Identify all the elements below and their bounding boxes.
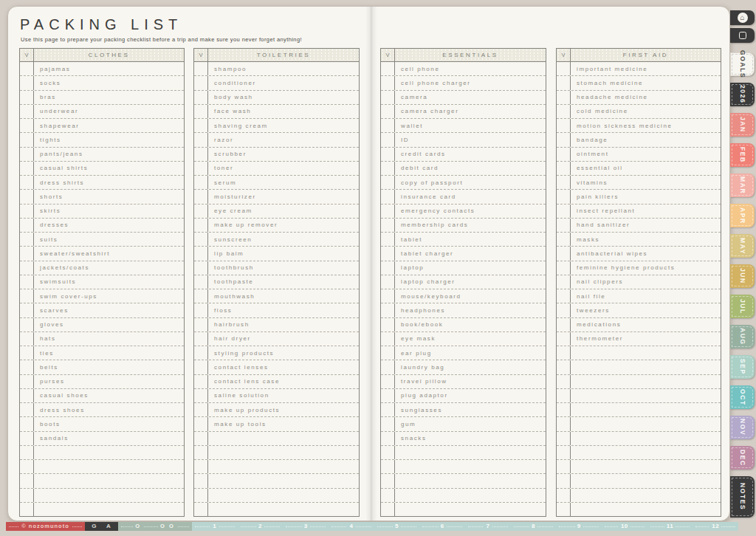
checkbox-cell[interactable] bbox=[20, 346, 34, 360]
checkbox-cell[interactable] bbox=[194, 205, 208, 218]
checkbox-cell[interactable] bbox=[557, 205, 571, 218]
checkbox-cell[interactable] bbox=[20, 489, 34, 502]
tab-jan[interactable]: JAN bbox=[730, 113, 755, 137]
checkbox-cell[interactable] bbox=[194, 446, 208, 459]
checkbox-cell[interactable] bbox=[194, 176, 208, 189]
checkbox-cell[interactable] bbox=[381, 318, 395, 331]
checkbox-cell[interactable] bbox=[20, 474, 34, 487]
home-button[interactable]: ⌂ bbox=[730, 10, 755, 25]
checkbox-cell[interactable] bbox=[381, 375, 395, 388]
tab-jul[interactable]: JUL bbox=[730, 295, 755, 318]
checkbox-cell[interactable] bbox=[20, 162, 34, 175]
checkbox-cell[interactable] bbox=[20, 432, 34, 445]
checkbox-cell[interactable] bbox=[557, 446, 571, 459]
checkbox-cell[interactable] bbox=[381, 503, 395, 516]
checkbox-cell[interactable] bbox=[557, 105, 571, 118]
checkbox-cell[interactable] bbox=[381, 474, 395, 487]
checkbox-cell[interactable] bbox=[194, 119, 208, 132]
checkbox-cell[interactable] bbox=[557, 162, 571, 175]
checkbox-cell[interactable] bbox=[557, 62, 571, 75]
checkbox-cell[interactable] bbox=[557, 432, 571, 445]
checkbox-cell[interactable] bbox=[557, 261, 571, 275]
tab-sep[interactable]: SEP bbox=[730, 355, 755, 379]
checkbox-cell[interactable] bbox=[194, 105, 208, 118]
checkbox-cell[interactable] bbox=[381, 205, 395, 218]
checkbox-cell[interactable] bbox=[557, 417, 571, 430]
checkbox-cell[interactable] bbox=[557, 289, 571, 303]
checkbox-cell[interactable] bbox=[557, 91, 571, 104]
checkbox-cell[interactable] bbox=[381, 261, 395, 275]
checkbox-cell[interactable] bbox=[381, 489, 395, 502]
tab-mar[interactable]: MAR bbox=[730, 173, 755, 197]
footer-button-g[interactable]: G bbox=[89, 522, 99, 531]
checkbox-cell[interactable] bbox=[557, 176, 571, 189]
checkbox-cell[interactable] bbox=[194, 346, 208, 360]
checkbox-cell[interactable] bbox=[194, 474, 208, 487]
footer-marker-o-o[interactable]: O O bbox=[158, 522, 177, 531]
tab-dec[interactable]: DEC bbox=[730, 446, 755, 470]
checkbox-cell[interactable] bbox=[557, 460, 571, 473]
tab-aug[interactable]: AUG bbox=[730, 325, 755, 348]
checkbox-cell[interactable] bbox=[557, 133, 571, 146]
checkbox-cell[interactable] bbox=[20, 403, 34, 416]
checkbox-cell[interactable] bbox=[20, 247, 34, 260]
checkbox-cell[interactable] bbox=[381, 162, 395, 175]
checkbox-cell[interactable] bbox=[20, 389, 34, 402]
checkbox-cell[interactable] bbox=[20, 261, 34, 275]
checkbox-cell[interactable] bbox=[194, 219, 208, 232]
checkbox-cell[interactable] bbox=[194, 162, 208, 175]
checkbox-cell[interactable] bbox=[194, 261, 208, 275]
checkbox-cell[interactable] bbox=[194, 460, 208, 473]
tab-nov[interactable]: NOV bbox=[730, 416, 755, 439]
checkbox-cell[interactable] bbox=[20, 275, 34, 289]
footer-marker-o[interactable]: O bbox=[133, 522, 143, 531]
checkbox-cell[interactable] bbox=[20, 176, 34, 189]
checkbox-cell[interactable] bbox=[194, 360, 208, 374]
checkbox-cell[interactable] bbox=[194, 190, 208, 203]
checkbox-cell[interactable] bbox=[194, 432, 208, 445]
checkbox-cell[interactable] bbox=[194, 233, 208, 246]
checkbox-cell[interactable] bbox=[20, 148, 34, 161]
checkbox-cell[interactable] bbox=[557, 403, 571, 416]
checkbox-cell[interactable] bbox=[194, 332, 208, 346]
checkbox-cell[interactable] bbox=[20, 133, 34, 146]
checkbox-cell[interactable] bbox=[194, 389, 208, 402]
checkbox-cell[interactable] bbox=[20, 119, 34, 132]
checkbox-cell[interactable] bbox=[194, 62, 208, 75]
checkbox-cell[interactable] bbox=[20, 105, 34, 118]
checkbox-cell[interactable] bbox=[381, 403, 395, 416]
tab-apr[interactable]: APR bbox=[730, 204, 755, 227]
checkbox-cell[interactable] bbox=[381, 417, 395, 430]
checkbox-cell[interactable] bbox=[557, 119, 571, 132]
checkbox-cell[interactable] bbox=[194, 318, 208, 331]
checkbox-cell[interactable] bbox=[381, 133, 395, 146]
checkbox-cell[interactable] bbox=[20, 219, 34, 232]
checkbox-cell[interactable] bbox=[381, 76, 395, 89]
checkbox-cell[interactable] bbox=[381, 389, 395, 402]
checkbox-cell[interactable] bbox=[381, 176, 395, 189]
tab-oct[interactable]: OCT bbox=[730, 385, 755, 409]
checkbox-cell[interactable] bbox=[20, 289, 34, 303]
checkbox-cell[interactable] bbox=[20, 460, 34, 473]
checkbox-cell[interactable] bbox=[194, 403, 208, 416]
checkbox-cell[interactable] bbox=[557, 360, 571, 374]
checkbox-cell[interactable] bbox=[381, 91, 395, 104]
checkbox-cell[interactable] bbox=[381, 233, 395, 246]
checkbox-cell[interactable] bbox=[194, 417, 208, 430]
checkbox-cell[interactable] bbox=[557, 275, 571, 289]
checkbox-cell[interactable] bbox=[194, 375, 208, 388]
tab-may[interactable]: MAY bbox=[730, 234, 755, 258]
checkbox-cell[interactable] bbox=[194, 303, 208, 317]
checkbox-cell[interactable] bbox=[557, 346, 571, 360]
checkbox-cell[interactable] bbox=[381, 190, 395, 203]
checkbox-cell[interactable] bbox=[381, 446, 395, 459]
checkbox-cell[interactable] bbox=[20, 91, 34, 104]
checkbox-cell[interactable] bbox=[381, 360, 395, 374]
checkbox-cell[interactable] bbox=[557, 318, 571, 331]
checkbox-cell[interactable] bbox=[557, 474, 571, 487]
checkbox-cell[interactable] bbox=[20, 205, 34, 218]
tab-feb[interactable]: FEB bbox=[730, 143, 755, 167]
checkbox-cell[interactable] bbox=[381, 105, 395, 118]
checkbox-cell[interactable] bbox=[194, 133, 208, 146]
checkbox-cell[interactable] bbox=[557, 190, 571, 203]
